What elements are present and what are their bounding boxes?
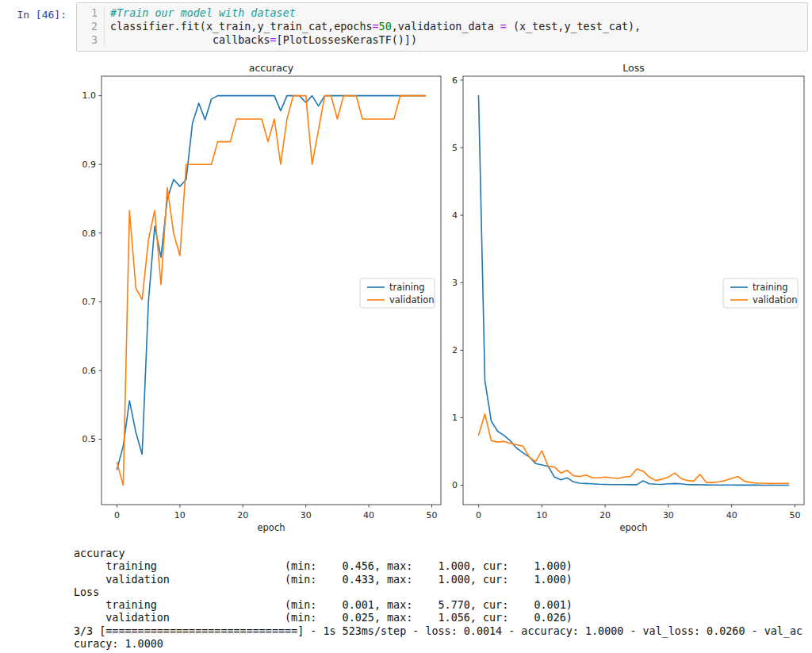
- svg-text:0.6: 0.6: [82, 366, 97, 376]
- svg-text:0.5: 0.5: [82, 434, 97, 444]
- code-text: #Train our model with dataset: [105, 6, 296, 20]
- input-prompt: In [46]:: [0, 2, 76, 21]
- training-log: accuracy training (min: 0.456, max: 1.00…: [74, 547, 812, 651]
- svg-text:0: 0: [476, 510, 481, 520]
- line-number: 2: [77, 20, 105, 33]
- line-number: 3: [77, 33, 105, 47]
- svg-text:0.8: 0.8: [82, 229, 97, 239]
- svg-text:10: 10: [536, 510, 547, 520]
- svg-text:0.7: 0.7: [82, 297, 97, 307]
- svg-text:0.9: 0.9: [82, 159, 97, 170]
- svg-text:50: 50: [789, 510, 800, 520]
- code-cell: In [46]: 1#Train our model with dataset2…: [0, 0, 812, 52]
- svg-text:Loss: Loss: [622, 62, 644, 74]
- code-text: classifier.fit(x_train,y_train_cat,epoch…: [105, 20, 641, 33]
- svg-text:3: 3: [452, 278, 458, 288]
- svg-text:10: 10: [174, 510, 186, 520]
- svg-text:20: 20: [599, 510, 611, 520]
- loss-chart: Loss010203040500123456epochtrainingvalid…: [442, 62, 812, 547]
- svg-text:accuracy: accuracy: [249, 62, 294, 74]
- code-line: 2classifier.fit(x_train,y_train_cat,epoc…: [77, 20, 807, 33]
- svg-text:training: training: [753, 282, 788, 293]
- svg-text:30: 30: [663, 510, 674, 520]
- svg-text:0: 0: [452, 480, 458, 490]
- svg-text:50: 50: [426, 510, 437, 520]
- svg-text:20: 20: [237, 510, 248, 520]
- svg-text:training: training: [389, 282, 425, 293]
- svg-text:6: 6: [452, 75, 458, 86]
- code-line: 1#Train our model with dataset: [77, 6, 807, 20]
- svg-text:5: 5: [452, 143, 458, 153]
- code-line: 3 callbacks=[PlotLossesKerasTF()]): [77, 33, 807, 47]
- svg-text:epoch: epoch: [619, 522, 647, 533]
- code-text: callbacks=[PlotLossesKerasTF()]): [105, 33, 417, 47]
- svg-text:2: 2: [452, 345, 458, 355]
- code-editor[interactable]: 1#Train our model with dataset2classifie…: [76, 2, 808, 52]
- training-plots-figure: accuracy010203040500.50.60.70.80.91.0epo…: [71, 62, 812, 547]
- svg-text:epoch: epoch: [257, 522, 285, 533]
- svg-text:0: 0: [114, 510, 120, 520]
- svg-text:1: 1: [452, 413, 458, 423]
- line-number: 1: [77, 6, 105, 20]
- svg-text:4: 4: [452, 210, 458, 221]
- svg-text:validation: validation: [389, 294, 435, 305]
- svg-text:validation: validation: [753, 294, 798, 305]
- svg-text:40: 40: [363, 510, 374, 520]
- accuracy-chart: accuracy010203040500.50.60.70.80.91.0epo…: [71, 62, 442, 547]
- svg-text:30: 30: [301, 510, 312, 520]
- svg-text:40: 40: [726, 510, 737, 520]
- svg-text:1.0: 1.0: [82, 90, 97, 101]
